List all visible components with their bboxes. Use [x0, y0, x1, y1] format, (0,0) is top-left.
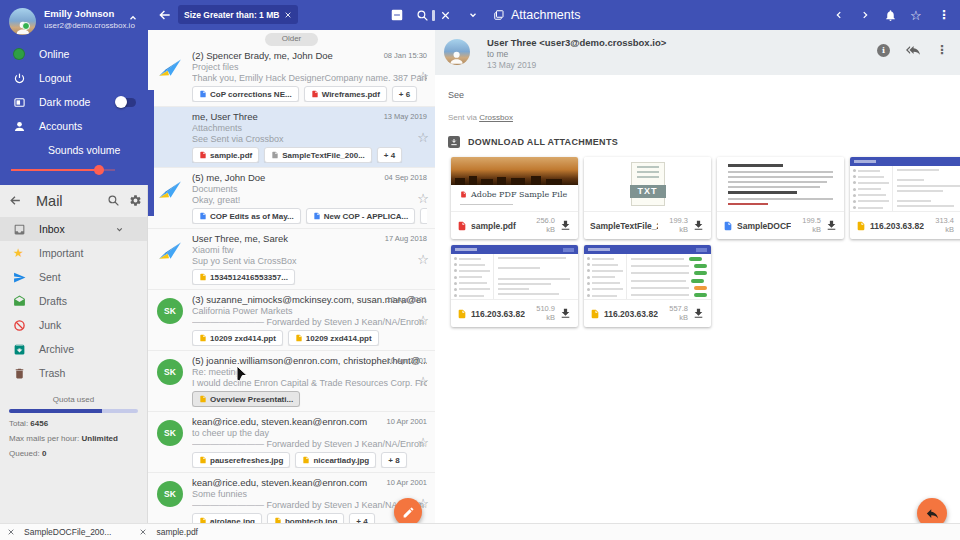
- close-icon[interactable]: [139, 528, 147, 536]
- more-attachments-chip[interactable]: + 6: [392, 86, 417, 102]
- text-cursor-icon: [432, 0, 435, 30]
- back-arrow-icon[interactable]: [158, 0, 172, 30]
- more-options-icon[interactable]: ⋮: [938, 0, 950, 30]
- more-attachments-chip[interactable]: + 4: [377, 147, 402, 163]
- attachment-preview: TXT: [584, 157, 711, 212]
- download-all-attachments-button[interactable]: DOWNLOAD ALL ATTACHMENTS: [448, 136, 618, 148]
- sidebar-item-archive[interactable]: Archive: [0, 337, 147, 361]
- attachment-chip[interactable]: 10209 zxd414.ppt: [192, 330, 283, 346]
- compose-button[interactable]: [394, 498, 422, 523]
- attachment-chip[interactable]: 10209 zxd414.ppt: [288, 330, 379, 346]
- mail-list-item[interactable]: SKkean@rice.edu, steven.kean@enron.com10…: [148, 412, 435, 473]
- download-file-label[interactable]: sample.pdf: [156, 527, 198, 537]
- collapse-message-icon[interactable]: [468, 0, 478, 30]
- popout-icon[interactable]: [493, 0, 505, 30]
- more-attachments-chip[interactable]: + 4: [349, 513, 374, 523]
- attachment-card[interactable]: Adobe PDF Sample Filesample.pdf256.0 kB: [451, 157, 578, 239]
- account-menu-logout[interactable]: Logout: [0, 66, 148, 90]
- attachment-chip[interactable]: New COP - APPLICA...: [306, 208, 415, 224]
- dark-mode-toggle[interactable]: [116, 98, 136, 107]
- list-scrollbar[interactable]: [148, 90, 154, 216]
- attachment-card[interactable]: 116.203.63.82_5...510.9 kB: [451, 245, 578, 327]
- info-icon[interactable]: i: [877, 44, 890, 57]
- attachment-chip[interactable]: bombtech.jpg: [267, 513, 344, 523]
- attachment-card[interactable]: SampleDOCFile_...199.5 kB: [717, 157, 844, 239]
- close-icon[interactable]: [7, 528, 15, 536]
- sidebar-item-junk[interactable]: Junk: [0, 313, 147, 337]
- mail-list-item[interactable]: (2) Spencer Brady, me, John Doe08 Jan 15…: [148, 46, 435, 107]
- account-name: Emilly Johnson: [44, 8, 135, 20]
- download-file-label[interactable]: SampleDOCFile_200...: [24, 527, 111, 537]
- download-attachment-icon[interactable]: [559, 307, 572, 320]
- sidebar-item-inbox[interactable]: Inbox: [0, 217, 147, 241]
- filter-chip-close-icon[interactable]: [284, 11, 292, 19]
- mail-list-item[interactable]: (5) me, John Doe04 Sep 2018DocumentsOkay…: [148, 168, 435, 229]
- download-attachment-icon[interactable]: [692, 307, 705, 320]
- next-message-icon[interactable]: [860, 0, 870, 30]
- back-arrow-icon[interactable]: [9, 194, 22, 207]
- attachment-card[interactable]: 116.203.63.82_5...313.4 kB: [850, 157, 960, 239]
- account-menu-online[interactable]: Online: [0, 42, 148, 66]
- chevron-down-icon[interactable]: [115, 225, 124, 234]
- reply-button[interactable]: [917, 498, 947, 523]
- star-toggle[interactable]: ☆: [417, 253, 429, 267]
- mail-list-item[interactable]: SKkean@rice.edu, steven.kean@enron.com10…: [148, 473, 435, 523]
- mail-list-item[interactable]: SK(3) suzanne_nimocks@mckinsey.com, susa…: [148, 290, 435, 351]
- sidebar-item-drafts[interactable]: Drafts: [0, 289, 147, 313]
- quota-label: Max mails per hour:: [9, 434, 81, 443]
- slider-thumb[interactable]: [94, 165, 104, 175]
- close-search-icon[interactable]: [440, 0, 451, 30]
- more-attachments-chip[interactable]: + 7: [420, 208, 427, 224]
- attachment-chip[interactable]: Overview Presentati...: [192, 391, 300, 407]
- attachment-chip[interactable]: Wireframes.pdf: [304, 86, 387, 102]
- attachment-chip[interactable]: SampleTextFile_200...: [264, 147, 372, 163]
- account-menu-dark-mode[interactable]: Dark mode: [0, 90, 148, 114]
- sidebar-item-important[interactable]: ★Important: [0, 241, 147, 265]
- previous-message-icon[interactable]: [834, 0, 844, 30]
- txt-file-icon: [271, 150, 279, 160]
- sidebar-item-sent[interactable]: Sent: [0, 265, 147, 289]
- attachment-card[interactable]: 116.203.63.82_5...557.8 kB: [584, 245, 711, 327]
- attachment-size: 313.4 kB: [928, 217, 954, 234]
- sidebar-item-trash[interactable]: Trash: [0, 361, 147, 385]
- star-outline-icon[interactable]: ☆: [910, 0, 922, 30]
- download-attachment-icon[interactable]: [559, 219, 572, 232]
- star-toggle[interactable]: ☆: [417, 192, 429, 206]
- reply-all-icon[interactable]: [906, 43, 920, 57]
- attachment-chip[interactable]: airolane.jpg: [192, 513, 262, 523]
- older-separator[interactable]: Older: [265, 33, 319, 46]
- attachment-chip[interactable]: COP Edits as of May...: [192, 208, 301, 224]
- gear-icon[interactable]: [129, 194, 142, 207]
- attachment-chip[interactable]: CoP corrections NE...: [192, 86, 299, 102]
- sounds-volume-slider[interactable]: [11, 165, 115, 175]
- attachment-chip[interactable]: pauserefreshes.jpg: [192, 452, 290, 468]
- attachment-chip[interactable]: 1534512416553357...: [192, 269, 295, 285]
- mail-list-item[interactable]: me, User Three13 May 2019AttachmentsSee …: [148, 107, 435, 168]
- select-all-icon[interactable]: [390, 0, 404, 30]
- attachment-chip[interactable]: niceartlady.jpg: [295, 452, 376, 468]
- download-attachment-icon[interactable]: [825, 219, 838, 232]
- attachment-card[interactable]: TXTSampleTextFile_20...199.3 kB: [584, 157, 711, 239]
- account-header[interactable]: Emilly Johnson user2@demo.crossbox.io: [0, 0, 148, 42]
- email-recipient[interactable]: to me: [487, 49, 508, 59]
- bell-icon[interactable]: [884, 0, 897, 30]
- star-toggle[interactable]: ☆: [417, 436, 429, 450]
- star-toggle[interactable]: ☆: [417, 375, 429, 389]
- star-toggle[interactable]: ☆: [417, 70, 429, 84]
- star-toggle[interactable]: ☆: [417, 131, 429, 145]
- more-attachments-chip[interactable]: + 8: [381, 452, 406, 468]
- attachment-chip[interactable]: sample.pdf: [192, 147, 259, 163]
- download-attachment-icon[interactable]: [692, 219, 705, 232]
- download-bar-item[interactable]: SampleDOCFile_200...: [7, 527, 111, 537]
- mail-list-item[interactable]: User Three, me, Sarek17 Aug 2018Xiaomi f…: [148, 229, 435, 290]
- chevron-up-icon[interactable]: [128, 13, 138, 23]
- mail-list-item[interactable]: SK(5) joannie.williamson@enron.com, chri…: [148, 351, 435, 412]
- filter-chip[interactable]: Size Greater than: 1 MB: [178, 5, 298, 24]
- account-menu-accounts[interactable]: Accounts: [0, 114, 148, 138]
- search-icon[interactable]: [107, 194, 120, 207]
- download-bar-item[interactable]: sample.pdf: [139, 527, 198, 537]
- search-icon[interactable]: [416, 0, 429, 30]
- kebab-icon[interactable]: ⋮: [936, 44, 948, 56]
- crossbox-link[interactable]: Crossbox: [479, 113, 513, 122]
- star-toggle[interactable]: ☆: [417, 314, 429, 328]
